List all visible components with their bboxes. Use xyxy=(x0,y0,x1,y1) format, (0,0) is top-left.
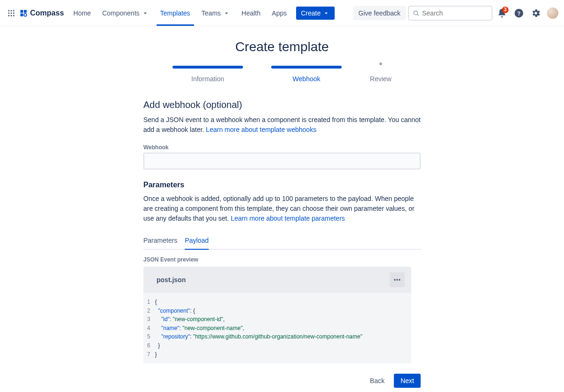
svg-point-7 xyxy=(11,15,12,16)
form-area: Add webhook (optional) Send a JSON event… xyxy=(143,100,421,388)
svg-point-1 xyxy=(11,10,12,11)
svg-point-0 xyxy=(8,10,9,11)
code-filename: post.json xyxy=(150,276,186,284)
svg-point-13 xyxy=(394,279,395,280)
brand-name: Compass xyxy=(30,9,64,17)
svg-point-12 xyxy=(515,8,523,17)
nav-templates[interactable]: Templates xyxy=(155,0,196,26)
svg-point-14 xyxy=(396,279,398,280)
notification-badge: 3 xyxy=(502,7,509,13)
help-icon[interactable] xyxy=(511,6,526,21)
code-preview: post.json 1 2 3 4 5 6 7 { "component": {… xyxy=(143,267,411,363)
nav-components[interactable]: Components xyxy=(96,0,154,26)
svg-point-6 xyxy=(8,15,9,16)
svg-point-15 xyxy=(399,279,400,280)
parameters-heading: Parameters xyxy=(143,181,421,189)
step-bar-complete xyxy=(172,66,243,69)
svg-point-3 xyxy=(8,12,9,14)
step-dot-upcoming xyxy=(379,62,382,65)
chevron-down-icon xyxy=(322,9,330,17)
form-actions: Back Next xyxy=(143,374,421,388)
search-box[interactable] xyxy=(408,6,493,21)
svg-point-10 xyxy=(414,11,417,15)
notifications-icon[interactable]: 3 xyxy=(494,6,509,21)
step-review[interactable]: Review xyxy=(370,66,392,83)
webhook-url-input[interactable] xyxy=(143,153,421,169)
progress-tracker: Information Webhook Review xyxy=(73,66,491,83)
learn-more-parameters-link[interactable]: Learn more about template parameters xyxy=(231,215,345,222)
nav-home[interactable]: Home xyxy=(68,0,96,26)
top-navigation: Compass Home Components Templates Teams … xyxy=(0,0,564,26)
give-feedback-button[interactable]: Give feedback xyxy=(353,6,407,20)
chevron-down-icon xyxy=(223,9,230,17)
page-title: Create template xyxy=(73,39,491,54)
nav-teams[interactable]: Teams xyxy=(196,0,236,26)
back-button[interactable]: Back xyxy=(364,374,390,388)
user-avatar[interactable] xyxy=(547,8,558,19)
more-actions-icon[interactable] xyxy=(390,272,405,287)
step-webhook[interactable]: Webhook xyxy=(271,66,342,83)
topbar-right: Give feedback 3 xyxy=(353,6,559,21)
section-heading: Add webhook (optional) xyxy=(143,100,421,110)
code-lines: { "component": { "id": "new-component-id… xyxy=(155,298,362,359)
search-input[interactable] xyxy=(422,9,488,17)
sub-tabs: Parameters Payload xyxy=(143,233,421,250)
line-numbers: 1 2 3 4 5 6 7 xyxy=(143,298,155,359)
webhook-input-label: Webhook xyxy=(143,144,421,151)
step-information[interactable]: Information xyxy=(172,66,243,83)
next-button[interactable]: Next xyxy=(394,374,421,388)
step-bar-current xyxy=(271,66,342,69)
create-button[interactable]: Create xyxy=(296,7,335,20)
preview-label: JSON Event preview xyxy=(143,256,421,263)
svg-line-11 xyxy=(417,14,419,15)
chevron-down-icon xyxy=(141,9,149,17)
app-switcher-icon[interactable] xyxy=(6,8,17,19)
learn-more-webhooks-link[interactable]: Learn more about template webhooks xyxy=(206,126,316,133)
parameters-description: Once a webhook is added, optionally add … xyxy=(143,194,421,223)
main-content: Create template Information Webhook Revi… xyxy=(66,26,498,392)
svg-point-4 xyxy=(11,12,12,14)
code-body: 1 2 3 4 5 6 7 { "component": { "id": "ne… xyxy=(143,293,411,363)
nav-health[interactable]: Health xyxy=(236,0,266,26)
settings-icon[interactable] xyxy=(528,6,543,21)
svg-point-5 xyxy=(13,12,15,14)
svg-point-8 xyxy=(13,15,15,16)
compass-logo[interactable]: Compass xyxy=(19,8,64,18)
nav-apps[interactable]: Apps xyxy=(266,0,292,26)
svg-point-9 xyxy=(24,13,27,16)
section-description: Send a JSON event to a webhook when a co… xyxy=(143,115,421,135)
tab-parameters[interactable]: Parameters xyxy=(143,233,177,249)
tab-payload[interactable]: Payload xyxy=(185,233,209,249)
svg-point-2 xyxy=(13,10,15,11)
search-icon xyxy=(413,9,419,17)
primary-nav: Home Components Templates Teams Health A… xyxy=(68,0,335,26)
code-header: post.json xyxy=(143,267,411,293)
